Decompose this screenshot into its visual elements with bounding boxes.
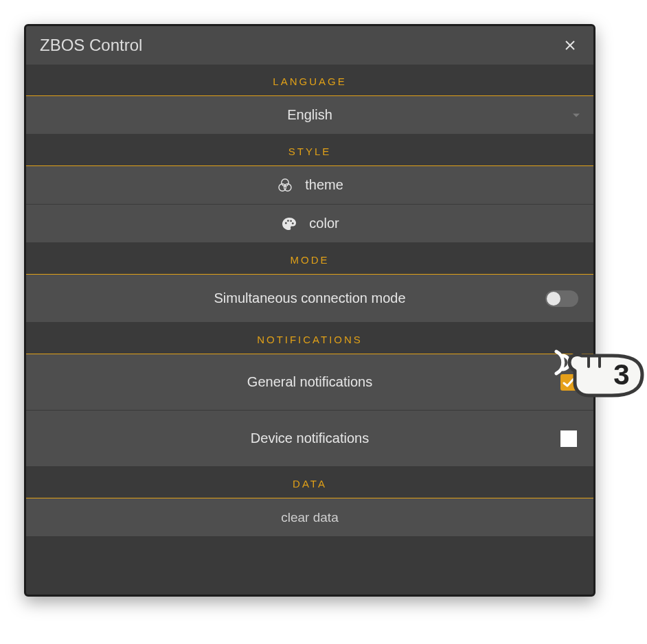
general-notifications-row: General notifications [26, 354, 593, 411]
clear-data-label: clear data [281, 510, 338, 525]
toggle-knob [547, 292, 560, 306]
theme-button[interactable]: theme [26, 166, 593, 205]
theme-label: theme [305, 177, 343, 193]
settings-dialog: ZBOS Control LANGUAGE English STYLE them… [24, 24, 595, 597]
simultaneous-mode-row: Simultaneous connection mode [26, 275, 593, 323]
section-header-data: DATA [26, 467, 593, 498]
device-notifications-checkbox[interactable] [560, 430, 577, 447]
theme-icon [276, 176, 294, 194]
general-notifications-label: General notifications [247, 374, 372, 390]
section-header-language: LANGUAGE [26, 65, 593, 96]
svg-point-7 [291, 220, 293, 222]
section-header-mode: MODE [26, 243, 593, 275]
clear-data-button[interactable]: clear data [26, 498, 593, 537]
simultaneous-mode-toggle[interactable] [545, 290, 578, 307]
step-number: 3 [613, 358, 629, 391]
svg-point-6 [287, 220, 289, 222]
section-header-notifications: NOTIFICATIONS [26, 323, 593, 354]
section-header-style: STYLE [26, 135, 593, 166]
svg-point-8 [292, 222, 294, 225]
device-notifications-row: Device notifications [26, 411, 593, 467]
close-icon[interactable] [560, 36, 580, 55]
language-selected-value: English [287, 107, 332, 123]
dialog-title: ZBOS Control [40, 36, 142, 55]
device-notifications-label: Device notifications [251, 430, 369, 446]
dropdown-caret-icon [573, 113, 580, 117]
palette-icon [280, 215, 298, 233]
color-button[interactable]: color [26, 205, 593, 243]
svg-point-5 [285, 222, 287, 224]
language-select[interactable]: English [26, 96, 593, 135]
color-label: color [309, 216, 339, 231]
instruction-pointer-icon: 3 [546, 321, 647, 404]
dialog-titlebar: ZBOS Control [26, 26, 593, 65]
simultaneous-mode-label: Simultaneous connection mode [214, 290, 405, 306]
